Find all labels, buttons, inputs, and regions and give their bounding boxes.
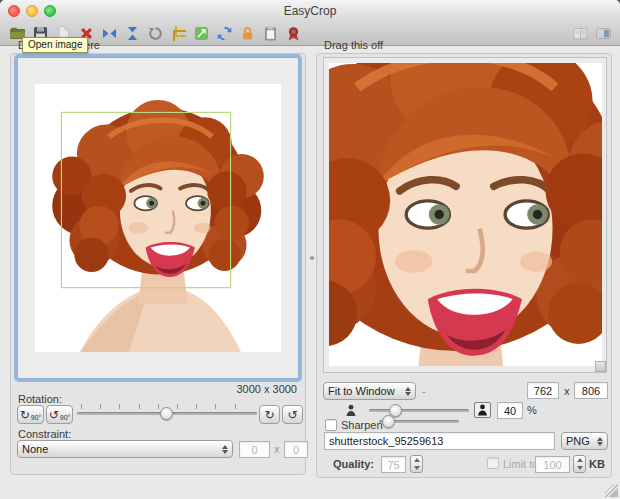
constraint-separator: x	[274, 443, 280, 455]
lock-ratio-button[interactable]	[238, 25, 256, 43]
sharpen-checkbox[interactable]	[325, 419, 337, 431]
popup-arrows-icon	[597, 437, 603, 446]
help-book-icon	[572, 25, 589, 42]
preview-image-well[interactable]	[323, 57, 607, 373]
zoom-window-button[interactable]	[44, 5, 56, 17]
window-title: EasyCrop	[0, 0, 620, 22]
limit-to-label: Limit to	[503, 458, 538, 470]
rotate-step-cw-button[interactable]: ↻	[259, 405, 280, 424]
stepper-down-icon[interactable]	[411, 464, 422, 472]
refresh-icon	[216, 25, 233, 42]
rotate-step-ccw-icon: ↺	[287, 409, 297, 421]
stamp-button[interactable]	[284, 25, 302, 43]
sharpen-slider[interactable]	[379, 412, 459, 431]
stamp-seal-icon	[285, 25, 302, 42]
limit-unit-label: KB	[589, 458, 605, 470]
open-image-tooltip: Open image	[22, 37, 88, 53]
crop-selection-rect[interactable]	[61, 112, 231, 288]
crop-width-field[interactable]	[527, 382, 559, 399]
percent-sign: %	[527, 404, 537, 416]
rotate-tool-button[interactable]	[146, 25, 164, 43]
zoom-in-person-icon	[474, 402, 491, 418]
close-window-button[interactable]	[8, 5, 20, 17]
lock-icon	[239, 25, 256, 42]
filename-field[interactable]	[324, 432, 555, 450]
preview-image[interactable]	[329, 63, 602, 366]
crop-tool-icon	[170, 25, 187, 42]
crop-tool-button[interactable]	[169, 25, 187, 43]
source-image[interactable]	[35, 84, 281, 352]
source-panel: 3000 x 3000 Rotation: ↻ 90° ↺ 90° ↻ ↺ Co…	[10, 53, 306, 475]
sharpen-slider-thumb[interactable]	[382, 415, 395, 428]
preview-scroll-grip[interactable]	[595, 361, 606, 372]
crop-size-separator: x	[564, 385, 570, 397]
inspector-panel-icon	[595, 25, 612, 42]
limit-stepper[interactable]	[573, 455, 586, 473]
stepper-up-icon[interactable]	[411, 456, 422, 464]
popup-arrows-icon	[222, 445, 228, 454]
rotation-slider-thumb[interactable]	[160, 407, 173, 420]
source-image-well[interactable]	[17, 57, 299, 379]
rotate-step-cw-icon: ↻	[264, 409, 274, 421]
rotate-ccw-90-button[interactable]: ↺ 90°	[46, 405, 73, 424]
flip-horizontal-button[interactable]	[100, 25, 118, 43]
easycrop-window: EasyCrop	[0, 0, 620, 499]
quality-field[interactable]	[381, 456, 406, 473]
rotate-cw-90-button[interactable]: ↻ 90°	[17, 405, 44, 424]
minimize-window-button[interactable]	[26, 5, 38, 17]
panel-splitter-handle[interactable]	[310, 256, 314, 260]
help-book-button[interactable]	[571, 25, 589, 43]
popup-arrows-icon	[405, 387, 411, 396]
preview-panel: Fit to Window - x % Sharpen	[316, 53, 612, 478]
rotate-tool-icon	[147, 25, 164, 42]
fit-mode-select[interactable]: Fit to Window	[323, 382, 416, 400]
flip-vertical-button[interactable]	[123, 25, 141, 43]
clipboard-icon	[262, 25, 279, 42]
flip-vertical-icon	[124, 25, 141, 42]
stepper-up-icon[interactable]	[574, 456, 585, 464]
resize-tool-icon	[193, 25, 210, 42]
source-size-label: 3000 x 3000	[236, 383, 297, 395]
constraint-select[interactable]: None	[17, 440, 233, 458]
format-select[interactable]: PNG	[561, 432, 608, 450]
portrait-photo-zoomed	[329, 63, 602, 366]
resize-tool-button[interactable]	[192, 25, 210, 43]
rotate-step-ccw-button[interactable]: ↺	[282, 405, 303, 424]
constraint-height-field[interactable]	[284, 441, 308, 458]
title-bar: EasyCrop	[0, 0, 620, 22]
rotation-slider[interactable]	[77, 404, 257, 423]
limit-size-field[interactable]	[535, 456, 570, 473]
fit-mode-dash: -	[422, 385, 426, 397]
crop-height-field[interactable]	[574, 382, 608, 399]
rotate-ccw-icon: ↺	[49, 409, 59, 421]
quality-label: Quality:	[333, 458, 374, 470]
zoom-percent-field[interactable]	[497, 402, 523, 419]
window-resize-grip[interactable]	[605, 484, 618, 497]
constraint-label: Constraint:	[18, 428, 71, 440]
quality-stepper[interactable]	[410, 455, 423, 473]
rotate-cw-icon: ↻	[20, 409, 30, 421]
flip-horizontal-icon	[101, 25, 118, 42]
rotation-label: Rotation:	[18, 393, 62, 405]
paste-button[interactable]	[261, 25, 279, 43]
refresh-button[interactable]	[215, 25, 233, 43]
right-drop-label: Drag this off	[324, 39, 383, 51]
constraint-width-field[interactable]	[239, 441, 270, 458]
zoom-out-person-icon	[345, 404, 357, 417]
sharpen-label: Sharpen	[341, 419, 383, 431]
inspector-panel-button[interactable]	[594, 25, 612, 43]
stepper-down-icon[interactable]	[574, 464, 585, 472]
limit-to-checkbox[interactable]	[487, 457, 499, 469]
